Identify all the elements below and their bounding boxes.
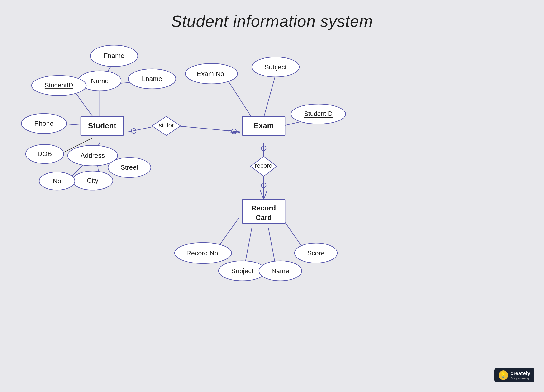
svg-point-75 xyxy=(295,243,337,263)
svg-line-26 xyxy=(214,218,239,253)
svg-line-18 xyxy=(283,119,313,126)
svg-line-9 xyxy=(68,161,87,180)
svg-point-52 xyxy=(26,144,64,163)
svg-rect-32 xyxy=(242,116,285,135)
svg-line-5 xyxy=(61,138,93,154)
svg-line-14 xyxy=(228,132,240,133)
creately-logo: 💡 creately Diagramming xyxy=(494,368,534,382)
svg-text:Subject: Subject xyxy=(231,267,254,275)
svg-text:Record No.: Record No. xyxy=(186,249,220,257)
svg-point-58 xyxy=(72,171,113,190)
svg-text:Record: Record xyxy=(251,204,276,212)
svg-line-7 xyxy=(107,159,120,167)
svg-point-73 xyxy=(259,261,302,281)
svg-text:Fname: Fname xyxy=(104,52,124,59)
svg-text:Subject: Subject xyxy=(264,63,287,71)
svg-point-45 xyxy=(78,71,121,91)
svg-text:DOB: DOB xyxy=(37,150,52,158)
svg-line-3 xyxy=(116,81,150,84)
svg-line-17 xyxy=(264,75,276,118)
svg-text:Score: Score xyxy=(307,249,325,257)
svg-marker-37 xyxy=(152,116,181,135)
svg-point-43 xyxy=(128,69,176,89)
svg-text:Address: Address xyxy=(81,152,105,159)
svg-text:record: record xyxy=(255,162,272,169)
svg-text:Student: Student xyxy=(88,121,116,130)
svg-line-12 xyxy=(177,126,240,132)
svg-text:StudentID: StudentID xyxy=(304,110,333,117)
svg-point-25 xyxy=(261,183,266,188)
page-title: Student information system xyxy=(0,0,544,30)
svg-point-54 xyxy=(68,145,118,166)
svg-point-11 xyxy=(131,129,136,133)
svg-text:Card: Card xyxy=(256,214,272,221)
svg-text:Name: Name xyxy=(91,77,109,85)
logo-subtext: Diagramming xyxy=(510,377,530,380)
svg-text:Street: Street xyxy=(121,164,138,171)
svg-line-13 xyxy=(228,130,240,133)
svg-text:Lname: Lname xyxy=(142,75,162,83)
svg-point-41 xyxy=(90,45,138,66)
svg-line-2 xyxy=(102,62,114,80)
svg-rect-30 xyxy=(81,116,124,135)
svg-marker-39 xyxy=(251,156,277,176)
svg-line-0 xyxy=(74,90,93,116)
svg-text:sit for: sit for xyxy=(159,122,174,129)
logo-name: creately xyxy=(510,370,530,377)
svg-rect-34 xyxy=(242,200,285,223)
logo-bulb-icon: 💡 xyxy=(499,370,508,380)
svg-line-22 xyxy=(260,190,264,200)
svg-line-27 xyxy=(245,228,252,266)
svg-line-16 xyxy=(228,81,252,118)
svg-point-50 xyxy=(21,113,66,134)
svg-line-29 xyxy=(283,219,307,253)
svg-point-64 xyxy=(252,57,299,77)
svg-text:Exam No.: Exam No. xyxy=(197,70,226,77)
svg-point-47 xyxy=(32,76,86,95)
svg-text:Exam: Exam xyxy=(254,121,274,130)
svg-text:City: City xyxy=(87,177,98,184)
svg-point-60 xyxy=(39,172,75,190)
svg-line-24 xyxy=(264,190,267,200)
svg-text:No: No xyxy=(53,177,61,184)
svg-text:Phone: Phone xyxy=(35,120,54,127)
svg-text:Name: Name xyxy=(272,267,289,275)
svg-line-4 xyxy=(61,124,90,126)
svg-point-66 xyxy=(291,104,346,124)
svg-point-15 xyxy=(232,129,236,134)
svg-point-62 xyxy=(185,63,237,84)
svg-line-8 xyxy=(97,164,100,180)
svg-line-28 xyxy=(268,228,276,266)
svg-line-6 xyxy=(95,143,100,152)
svg-point-71 xyxy=(219,261,266,281)
svg-text:StudentID: StudentID xyxy=(45,82,73,89)
svg-point-20 xyxy=(261,146,266,151)
svg-point-69 xyxy=(175,243,232,263)
svg-point-56 xyxy=(108,158,151,178)
svg-line-10 xyxy=(128,126,157,132)
